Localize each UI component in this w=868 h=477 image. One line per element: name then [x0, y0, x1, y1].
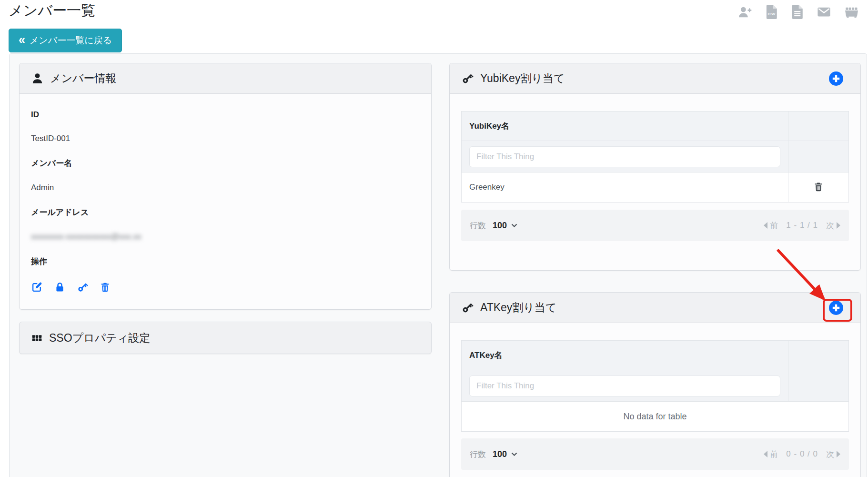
key-icon[interactable] [77, 281, 89, 295]
caret-left-icon [764, 222, 767, 229]
member-info-header: メンバー情報 [20, 63, 431, 94]
caret-right-icon [837, 222, 840, 229]
prev-page-button[interactable]: 前 [764, 449, 778, 460]
yubikey-name-cell: Greenkey [462, 173, 788, 202]
atkey-body: ATKey名 No data for table 行数 100 [450, 323, 860, 470]
mail-icon[interactable] [817, 5, 831, 19]
back-button-label: メンバー一覧に戻る [30, 34, 112, 47]
yubikey-table-header-row: YubiKey名 [462, 112, 848, 141]
rows-per-page-value: 100 [493, 449, 507, 459]
email-value-redacted: xxxxxxxx-xxxxxxxxxxx@xxx.xx [31, 232, 420, 242]
rows-per-page-select[interactable]: 100 [493, 449, 517, 459]
atkey-assignment-card: ATKey割り当て ATKey名 N [449, 292, 861, 477]
key-icon [461, 72, 474, 85]
sso-properties-header[interactable]: SSOプロパティ設定 [20, 322, 431, 354]
member-name-value: Admin [31, 183, 420, 193]
yubikey-table-row: Greenkey [462, 173, 848, 202]
page-title: メンバー一覧 [9, 1, 95, 20]
chevron-down-icon [511, 452, 517, 457]
page-range: 1 - 1 / 1 [786, 221, 818, 230]
trash-icon[interactable] [100, 281, 111, 295]
prev-page-button[interactable]: 前 [764, 220, 778, 231]
next-label: 次 [826, 449, 834, 460]
next-label: 次 [826, 220, 834, 231]
member-name-label: メンバー名 [31, 158, 420, 169]
lock-icon[interactable] [54, 281, 66, 295]
delete-yubikey-button[interactable] [813, 181, 824, 194]
next-page-button[interactable]: 次 [826, 449, 840, 460]
trash-icon [813, 181, 824, 193]
atkey-table: ATKey名 No data for table [461, 340, 849, 432]
grid-icon [31, 332, 43, 344]
rows-per-page-label: 行数 [470, 220, 486, 231]
sso-properties-card: SSOプロパティ設定 [19, 322, 432, 354]
rows-per-page-value: 100 [493, 221, 507, 231]
atkey-pagination: 行数 100 前 0 - 0 / 0 次 [461, 438, 849, 470]
yubikey-column-header[interactable]: YubiKey名 [462, 112, 788, 141]
double-chevron-left-icon: « [19, 34, 25, 46]
csv-file-icon[interactable]: CSV [765, 5, 778, 19]
edit-icon[interactable] [31, 281, 43, 295]
caret-right-icon [837, 451, 840, 457]
plus-circle-icon [829, 71, 843, 86]
atkey-title: ATKey割り当て [480, 300, 556, 315]
member-info-card: メンバー情報 ID TestID-001 メンバー名 Admin メールアドレス… [19, 63, 432, 310]
add-member-icon[interactable] [737, 5, 752, 19]
rows-per-page-label: 行数 [470, 449, 486, 460]
plus-circle-icon [829, 301, 843, 315]
document-icon[interactable] [791, 5, 804, 19]
add-atkey-button[interactable] [829, 301, 843, 315]
chevron-down-icon [511, 223, 517, 228]
member-info-body: ID TestID-001 メンバー名 Admin メールアドレス xxxxxx… [20, 94, 431, 309]
yubikey-filter-actions-cell [788, 141, 848, 172]
atkey-empty-row: No data for table [462, 402, 848, 431]
key-icon [461, 301, 474, 314]
atkey-actions-column-header [788, 341, 848, 370]
member-operations [31, 281, 420, 295]
atkey-filter-actions-cell [788, 370, 848, 401]
yubikey-table: YubiKey名 Greenkey [461, 111, 849, 203]
prev-label: 前 [770, 449, 778, 460]
sso-properties-title: SSOプロパティ設定 [49, 331, 150, 345]
atkey-table-header-row: ATKey名 [462, 341, 848, 370]
header-toolbar: CSV [737, 5, 859, 19]
yubikey-header: YubiKey割り当て [450, 63, 860, 94]
atkey-header: ATKey割り当て [450, 293, 860, 323]
member-info-title: メンバー情報 [50, 71, 117, 86]
yubikey-pagination: 行数 100 前 1 - 1 / 1 次 [461, 210, 849, 241]
dumpster-icon[interactable] [844, 5, 859, 19]
id-value: TestID-001 [31, 134, 420, 143]
member-detail-page: メンバー一覧 « メンバー一覧に戻る CSV [0, 0, 868, 477]
yubikey-assignment-card: YubiKey割り当て YubiKey名 [449, 63, 861, 271]
back-to-member-list-button[interactable]: « メンバー一覧に戻る [9, 29, 122, 52]
yubikey-filter-input[interactable] [469, 146, 780, 167]
rows-per-page-select[interactable]: 100 [493, 221, 517, 231]
add-yubikey-button[interactable] [829, 71, 843, 86]
yubikey-title: YubiKey割り当て [480, 71, 565, 86]
atkey-filter-row [462, 370, 848, 402]
email-label: メールアドレス [31, 207, 420, 218]
atkey-column-header[interactable]: ATKey名 [462, 341, 788, 370]
svg-text:CSV: CSV [768, 12, 776, 16]
page-range: 0 - 0 / 0 [786, 449, 818, 459]
prev-label: 前 [770, 220, 778, 231]
yubikey-filter-row [462, 141, 848, 173]
person-icon [31, 72, 44, 85]
yubikey-body: YubiKey名 Greenkey [450, 94, 860, 241]
yubikey-actions-column-header [788, 112, 848, 141]
id-label: ID [31, 110, 420, 120]
atkey-filter-input[interactable] [469, 376, 780, 396]
next-page-button[interactable]: 次 [826, 220, 840, 231]
operations-label: 操作 [31, 256, 420, 267]
caret-left-icon [764, 451, 767, 457]
